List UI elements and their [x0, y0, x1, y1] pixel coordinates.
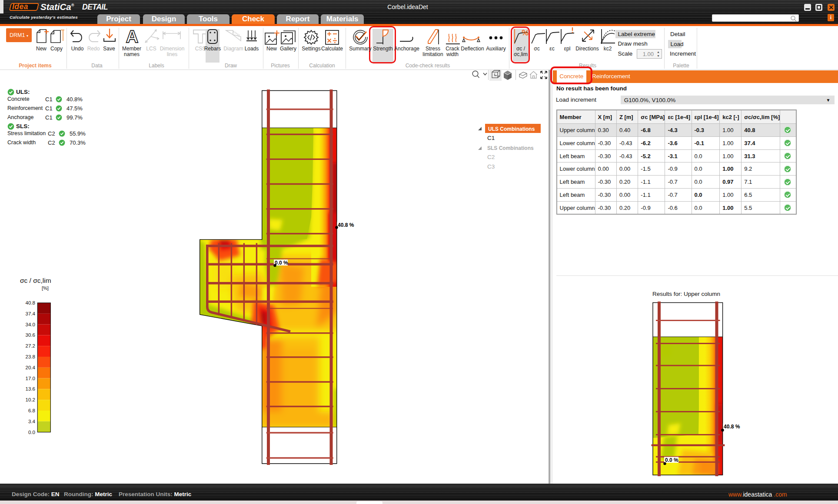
- svg-text:0.0 %: 0.0 %: [665, 457, 678, 463]
- svg-text:6.8: 6.8: [28, 408, 35, 413]
- svg-text:0.0: 0.0: [28, 430, 35, 435]
- svg-text:40.8: 40.8: [26, 300, 35, 305]
- svg-text:A: A: [126, 28, 139, 45]
- svg-text:0.0 %: 0.0 %: [275, 260, 288, 266]
- svg-text:37.4: 37.4: [26, 311, 36, 316]
- svg-text:20.4: 20.4: [26, 365, 36, 370]
- svg-text:23.8: 23.8: [26, 354, 35, 359]
- svg-text:40.8 %: 40.8 %: [724, 424, 740, 430]
- svg-text:27.2: 27.2: [26, 343, 35, 348]
- svg-text:3.4: 3.4: [28, 419, 36, 424]
- svg-text:40.8 %: 40.8 %: [338, 222, 354, 228]
- svg-text:30.6: 30.6: [26, 332, 35, 338]
- svg-text:13.6: 13.6: [26, 386, 35, 391]
- svg-text:17.0: 17.0: [26, 376, 35, 381]
- svg-text:34.0: 34.0: [26, 322, 35, 327]
- svg-text:10.2: 10.2: [26, 397, 35, 402]
